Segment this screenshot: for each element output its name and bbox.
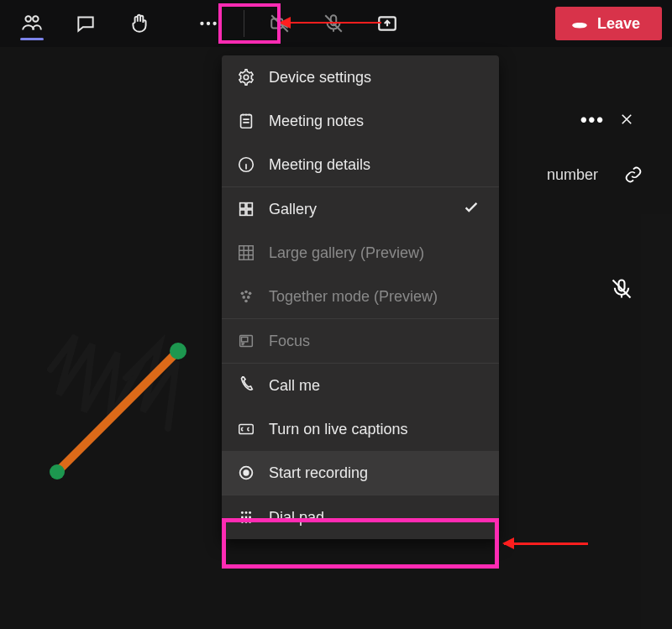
menu-label: Focus: [269, 333, 310, 350]
menu-label: Start recording: [269, 464, 368, 482]
svg-rect-15: [247, 203, 252, 208]
menu-call-me[interactable]: Call me: [222, 364, 499, 407]
svg-point-35: [249, 516, 251, 519]
leave-label: Leave: [597, 15, 640, 33]
menu-label: Call me: [269, 377, 320, 395]
svg-point-3: [33, 16, 39, 21]
svg-point-11: [244, 75, 249, 80]
panel-more-button[interactable]: •••: [580, 109, 605, 131]
svg-point-2: [25, 16, 31, 21]
svg-point-29: [244, 470, 249, 475]
svg-point-23: [247, 296, 250, 299]
menu-large-gallery: Large gallery (Preview): [222, 231, 499, 275]
svg-rect-18: [239, 246, 254, 260]
annotation-arrow-more: [281, 22, 381, 24]
raise-hand-button[interactable]: [118, 3, 161, 44]
svg-point-38: [249, 521, 251, 523]
chat-button[interactable]: [64, 3, 108, 44]
svg-point-30: [241, 511, 244, 514]
svg-point-24: [244, 300, 248, 303]
participant-mic-off-icon: [610, 277, 635, 302]
svg-point-19: [241, 292, 244, 296]
menu-label: Meeting details: [269, 156, 370, 174]
menu-label: Together mode (Preview): [269, 288, 438, 306]
menu-live-captions[interactable]: Turn on live captions: [222, 407, 499, 451]
svg-rect-16: [240, 210, 245, 215]
svg-point-22: [242, 296, 245, 299]
menu-together-mode: Together mode (Preview): [222, 275, 499, 318]
svg-point-4: [200, 22, 203, 25]
svg-point-21: [249, 292, 252, 296]
copy-link-button[interactable]: [615, 156, 652, 193]
svg-rect-26: [242, 337, 248, 342]
share-screen-button[interactable]: [365, 3, 409, 44]
menu-start-recording[interactable]: Start recording: [222, 451, 499, 495]
menu-dial-pad[interactable]: Dial pad: [222, 495, 499, 539]
leave-button[interactable]: Leave: [555, 7, 662, 40]
svg-point-20: [244, 291, 248, 294]
svg-point-0: [170, 343, 186, 359]
svg-rect-12: [241, 115, 252, 128]
svg-point-6: [213, 22, 216, 25]
svg-point-37: [245, 521, 248, 523]
svg-rect-14: [240, 203, 245, 208]
svg-point-34: [245, 516, 248, 519]
menu-label: Device settings: [269, 69, 371, 86]
menu-meeting-notes[interactable]: Meeting notes: [222, 99, 499, 143]
more-actions-menu: Device settings Meeting notes Meeting de…: [222, 55, 499, 539]
number-chip-label: number: [547, 166, 598, 184]
svg-rect-17: [247, 210, 252, 215]
number-chip[interactable]: number: [509, 156, 610, 193]
toolbar-divider: [244, 10, 244, 37]
svg-point-36: [241, 521, 244, 523]
menu-meeting-details[interactable]: Meeting details: [222, 143, 499, 186]
more-actions-button[interactable]: [186, 3, 230, 44]
menu-label: Gallery: [269, 201, 317, 218]
svg-point-32: [249, 511, 251, 514]
menu-label: Meeting notes: [269, 113, 364, 130]
svg-point-31: [245, 511, 248, 514]
mic-off-button[interactable]: [312, 3, 355, 44]
menu-label: Large gallery (Preview): [269, 244, 424, 262]
svg-point-33: [241, 516, 244, 519]
participants-button[interactable]: [10, 3, 54, 44]
menu-label: Turn on live captions: [269, 421, 407, 438]
annotation-arrow-record: [504, 543, 588, 545]
meeting-toolbar: Leave: [0, 0, 672, 47]
menu-device-settings[interactable]: Device settings: [222, 55, 499, 99]
svg-point-1: [50, 464, 65, 480]
menu-label: Dial pad: [269, 509, 324, 527]
check-icon: [462, 198, 480, 221]
svg-point-5: [207, 22, 210, 25]
panel-close-button[interactable]: [615, 107, 638, 131]
scribble-artwork: [34, 277, 218, 495]
menu-gallery[interactable]: Gallery: [222, 187, 499, 231]
menu-focus: Focus: [222, 319, 499, 363]
